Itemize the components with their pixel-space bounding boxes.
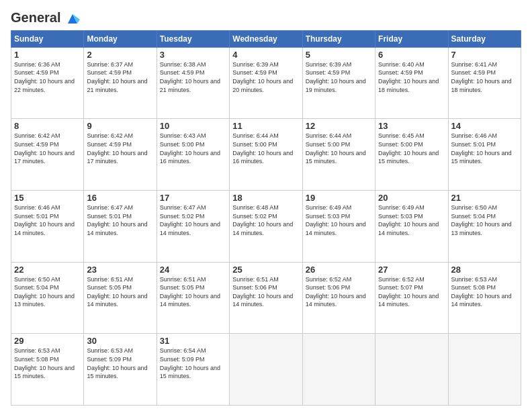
calendar-week-5: 29 Sunrise: 6:53 AM Sunset: 5:08 PM Dayl…: [11, 334, 521, 406]
calendar-week-2: 8 Sunrise: 6:42 AM Sunset: 4:59 PM Dayli…: [11, 119, 521, 191]
table-row: 10 Sunrise: 6:43 AM Sunset: 5:00 PM Dayl…: [157, 119, 229, 191]
day-info: Sunrise: 6:47 AM Sunset: 5:01 PM Dayligh…: [87, 203, 153, 237]
day-number: 20: [378, 193, 445, 203]
day-number: 6: [378, 50, 445, 60]
table-row: 29 Sunrise: 6:53 AM Sunset: 5:08 PM Dayl…: [11, 334, 84, 406]
day-info: Sunrise: 6:43 AM Sunset: 5:00 PM Dayligh…: [160, 132, 226, 165]
day-number: 12: [306, 121, 372, 131]
weekday-saturday: Saturday: [448, 30, 521, 47]
table-row: 19 Sunrise: 6:49 AM Sunset: 5:03 PM Dayl…: [302, 191, 375, 263]
day-info: Sunrise: 6:49 AM Sunset: 5:03 PM Dayligh…: [378, 203, 445, 237]
table-row: 2 Sunrise: 6:37 AM Sunset: 4:59 PM Dayli…: [84, 47, 157, 119]
day-number: 9: [87, 121, 153, 131]
day-number: 31: [160, 336, 226, 346]
weekday-friday: Friday: [375, 30, 448, 47]
day-info: Sunrise: 6:53 AM Sunset: 5:08 PM Dayligh…: [14, 347, 81, 380]
day-info: Sunrise: 6:49 AM Sunset: 5:03 PM Dayligh…: [306, 203, 372, 237]
table-row: 22 Sunrise: 6:50 AM Sunset: 5:04 PM Dayl…: [11, 262, 84, 334]
day-info: Sunrise: 6:39 AM Sunset: 4:59 PM Dayligh…: [306, 60, 372, 94]
day-info: Sunrise: 6:51 AM Sunset: 5:05 PM Dayligh…: [87, 275, 153, 309]
day-number: 10: [160, 121, 226, 131]
day-info: Sunrise: 6:50 AM Sunset: 5:04 PM Dayligh…: [14, 275, 81, 309]
weekday-sunday: Sunday: [11, 30, 84, 47]
day-number: 28: [451, 265, 518, 275]
day-info: Sunrise: 6:53 AM Sunset: 5:08 PM Dayligh…: [451, 275, 518, 309]
day-info: Sunrise: 6:48 AM Sunset: 5:02 PM Dayligh…: [232, 203, 299, 237]
weekday-tuesday: Tuesday: [157, 30, 229, 47]
table-row: 12 Sunrise: 6:44 AM Sunset: 5:00 PM Dayl…: [302, 119, 375, 191]
table-row: 16 Sunrise: 6:47 AM Sunset: 5:01 PM Dayl…: [84, 191, 157, 263]
day-info: Sunrise: 6:39 AM Sunset: 4:59 PM Dayligh…: [232, 60, 299, 94]
calendar-week-4: 22 Sunrise: 6:50 AM Sunset: 5:04 PM Dayl…: [11, 262, 521, 334]
day-number: 22: [14, 265, 81, 275]
table-row: 15 Sunrise: 6:46 AM Sunset: 5:01 PM Dayl…: [11, 191, 84, 263]
calendar-week-3: 15 Sunrise: 6:46 AM Sunset: 5:01 PM Dayl…: [11, 191, 521, 263]
weekday-wednesday: Wednesday: [230, 30, 302, 47]
day-number: 21: [451, 193, 518, 203]
day-number: 27: [378, 265, 445, 275]
day-number: 30: [87, 336, 153, 346]
table-row: 9 Sunrise: 6:42 AM Sunset: 4:59 PM Dayli…: [84, 119, 157, 191]
table-row: [230, 334, 302, 406]
table-row: 21 Sunrise: 6:50 AM Sunset: 5:04 PM Dayl…: [448, 191, 521, 263]
day-number: 2: [87, 50, 153, 60]
day-number: 16: [87, 193, 153, 203]
logo-general: General: [11, 10, 60, 25]
calendar-week-1: 1 Sunrise: 6:36 AM Sunset: 4:59 PM Dayli…: [11, 47, 521, 119]
day-info: Sunrise: 6:37 AM Sunset: 4:59 PM Dayligh…: [87, 60, 153, 94]
day-info: Sunrise: 6:45 AM Sunset: 5:00 PM Dayligh…: [378, 132, 445, 165]
table-row: [302, 334, 375, 406]
table-row: 1 Sunrise: 6:36 AM Sunset: 4:59 PM Dayli…: [11, 47, 84, 119]
day-info: Sunrise: 6:44 AM Sunset: 5:00 PM Dayligh…: [306, 132, 372, 165]
day-number: 11: [232, 121, 299, 131]
day-number: 14: [451, 121, 518, 131]
day-number: 3: [160, 50, 226, 60]
header: General: [11, 11, 521, 25]
day-info: Sunrise: 6:52 AM Sunset: 5:07 PM Dayligh…: [378, 275, 445, 309]
table-row: 24 Sunrise: 6:51 AM Sunset: 5:05 PM Dayl…: [157, 262, 229, 334]
day-number: 24: [160, 265, 226, 275]
table-row: 4 Sunrise: 6:39 AM Sunset: 4:59 PM Dayli…: [230, 47, 302, 119]
weekday-thursday: Thursday: [302, 30, 375, 47]
day-number: 29: [14, 336, 81, 346]
day-number: 7: [451, 50, 518, 60]
table-row: [448, 334, 521, 406]
main-container: General SundayMondayTuesdayWednesdayThur…: [0, 0, 532, 411]
table-row: 6 Sunrise: 6:40 AM Sunset: 4:59 PM Dayli…: [375, 47, 448, 119]
day-number: 8: [14, 121, 81, 131]
table-row: 20 Sunrise: 6:49 AM Sunset: 5:03 PM Dayl…: [375, 191, 448, 263]
table-row: 28 Sunrise: 6:53 AM Sunset: 5:08 PM Dayl…: [448, 262, 521, 334]
day-info: Sunrise: 6:53 AM Sunset: 5:09 PM Dayligh…: [87, 347, 153, 380]
day-number: 26: [306, 265, 372, 275]
logo-icon: [65, 11, 80, 26]
logo: General: [11, 11, 80, 25]
table-row: 25 Sunrise: 6:51 AM Sunset: 5:06 PM Dayl…: [230, 262, 302, 334]
day-info: Sunrise: 6:47 AM Sunset: 5:02 PM Dayligh…: [160, 203, 226, 237]
table-row: 7 Sunrise: 6:41 AM Sunset: 4:59 PM Dayli…: [448, 47, 521, 119]
day-number: 23: [87, 265, 153, 275]
day-number: 13: [378, 121, 445, 131]
day-info: Sunrise: 6:51 AM Sunset: 5:05 PM Dayligh…: [160, 275, 226, 309]
day-number: 5: [306, 50, 372, 60]
table-row: 8 Sunrise: 6:42 AM Sunset: 4:59 PM Dayli…: [11, 119, 84, 191]
table-row: 11 Sunrise: 6:44 AM Sunset: 5:00 PM Dayl…: [230, 119, 302, 191]
day-number: 25: [232, 265, 299, 275]
day-number: 19: [306, 193, 372, 203]
table-row: 13 Sunrise: 6:45 AM Sunset: 5:00 PM Dayl…: [375, 119, 448, 191]
day-number: 17: [160, 193, 226, 203]
weekday-header-row: SundayMondayTuesdayWednesdayThursdayFrid…: [11, 30, 521, 47]
day-info: Sunrise: 6:44 AM Sunset: 5:00 PM Dayligh…: [232, 132, 299, 165]
day-info: Sunrise: 6:42 AM Sunset: 4:59 PM Dayligh…: [87, 132, 153, 165]
table-row: 23 Sunrise: 6:51 AM Sunset: 5:05 PM Dayl…: [84, 262, 157, 334]
day-info: Sunrise: 6:46 AM Sunset: 5:01 PM Dayligh…: [451, 132, 518, 165]
table-row: 30 Sunrise: 6:53 AM Sunset: 5:09 PM Dayl…: [84, 334, 157, 406]
day-number: 4: [232, 50, 299, 60]
weekday-monday: Monday: [84, 30, 157, 47]
table-row: 31 Sunrise: 6:54 AM Sunset: 5:09 PM Dayl…: [157, 334, 229, 406]
day-info: Sunrise: 6:40 AM Sunset: 4:59 PM Dayligh…: [378, 60, 445, 94]
table-row: 18 Sunrise: 6:48 AM Sunset: 5:02 PM Dayl…: [230, 191, 302, 263]
table-row: 5 Sunrise: 6:39 AM Sunset: 4:59 PM Dayli…: [302, 47, 375, 119]
calendar-table: SundayMondayTuesdayWednesdayThursdayFrid…: [11, 30, 521, 406]
day-info: Sunrise: 6:42 AM Sunset: 4:59 PM Dayligh…: [14, 132, 81, 165]
table-row: [375, 334, 448, 406]
